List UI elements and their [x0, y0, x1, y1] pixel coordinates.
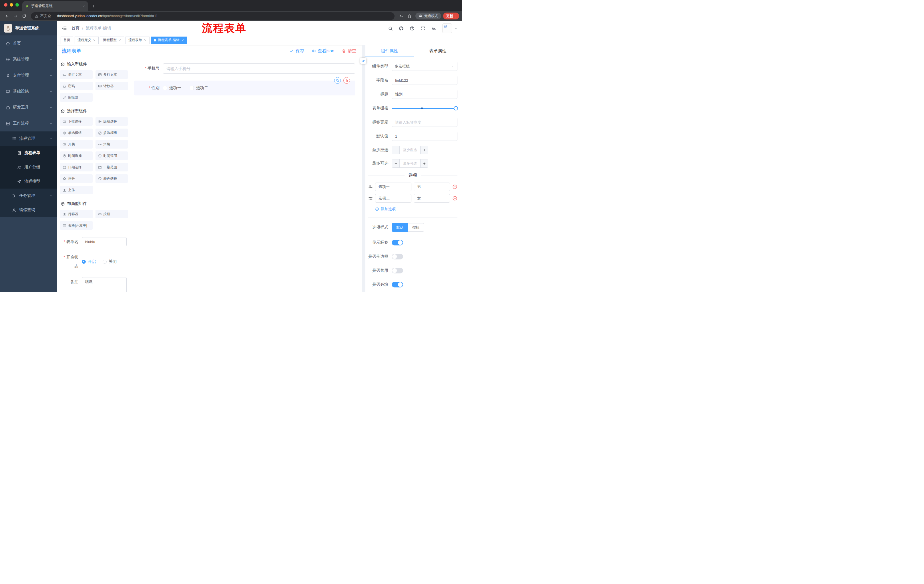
decrease-icon[interactable]: [392, 160, 400, 168]
password-key-icon[interactable]: [398, 14, 405, 18]
palette-item-table[interactable]: 表格[开发中]: [60, 221, 92, 230]
tag-process-form[interactable]: 流程表单: [125, 36, 150, 44]
canvas-field-gender[interactable]: 性别 选项一 选项二: [134, 81, 355, 95]
sidebar-item-leave-query[interactable]: 请假查询: [0, 203, 57, 217]
palette-item-slider[interactable]: 滑块: [96, 140, 128, 148]
status-on-radio[interactable]: 开启: [82, 259, 96, 264]
reload-button[interactable]: [20, 12, 28, 20]
back-button[interactable]: [3, 12, 11, 20]
decrease-icon[interactable]: [392, 146, 400, 154]
palette-item-time-range[interactable]: 时间范围: [96, 151, 128, 160]
palette-item-password[interactable]: 密码: [60, 82, 92, 90]
sidebar-item-process-form[interactable]: 流程表单: [0, 146, 57, 160]
sidebar-item-user-group[interactable]: 用户分组: [0, 160, 57, 174]
palette-item-date-range[interactable]: 日期范围: [96, 163, 128, 171]
palette-item-upload[interactable]: 上传: [60, 186, 92, 194]
style-default-button[interactable]: 默认: [392, 223, 408, 232]
browser-menu-icon[interactable]: [454, 14, 458, 18]
remove-option-icon[interactable]: [452, 196, 457, 201]
drag-handle-icon[interactable]: [368, 196, 373, 201]
label-width-input[interactable]: [392, 118, 457, 127]
required-toggle[interactable]: [392, 282, 403, 288]
search-icon[interactable]: [388, 26, 393, 31]
browser-tab[interactable]: 芋道管理系统: [22, 1, 88, 11]
link-icon[interactable]: [360, 58, 366, 64]
github-icon[interactable]: [399, 26, 404, 31]
close-tag-icon[interactable]: [118, 39, 121, 42]
sidebar-item-devtools[interactable]: 研发工具: [0, 99, 57, 115]
update-button[interactable]: 更新: [443, 13, 459, 20]
gender-option-1[interactable]: 选项一: [163, 86, 181, 90]
show-label-toggle[interactable]: [392, 240, 403, 245]
avatar[interactable]: [442, 23, 452, 33]
close-tag-icon[interactable]: [144, 39, 147, 42]
palette-item-cascader[interactable]: 级联选择: [96, 117, 128, 126]
tab-component-props[interactable]: 组件属性: [365, 45, 414, 57]
close-tag-icon[interactable]: [181, 39, 184, 42]
increase-icon[interactable]: [420, 160, 428, 168]
style-button-button[interactable]: 按钮: [408, 223, 424, 232]
copy-component-button[interactable]: [334, 77, 341, 84]
disabled-toggle[interactable]: [392, 268, 403, 273]
zoom-window-button[interactable]: [15, 3, 19, 7]
max-select-stepper[interactable]: [392, 159, 428, 168]
sidebar-item-process-management[interactable]: 流程管理: [0, 132, 57, 146]
min-select-stepper[interactable]: [392, 146, 428, 154]
increase-icon[interactable]: [420, 146, 428, 154]
palette-item-row-container[interactable]: 行容器: [60, 210, 92, 218]
breadcrumb-home[interactable]: 首页: [71, 26, 79, 31]
palette-item-multi-text[interactable]: 多行文本: [96, 70, 128, 79]
view-json-button[interactable]: 查看json: [312, 48, 334, 54]
font-size-icon[interactable]: [431, 26, 436, 31]
palette-item-time-picker[interactable]: 时间选择: [60, 151, 92, 160]
title-input[interactable]: [392, 90, 457, 99]
sidebar-item-payment[interactable]: 支付管理: [0, 67, 57, 84]
close-tab-icon[interactable]: [82, 5, 85, 8]
new-tab-button[interactable]: [91, 4, 95, 8]
form-canvas[interactable]: 手机号 性别 选项一 选项二: [131, 57, 362, 292]
component-type-select[interactable]: 多选框组: [392, 62, 457, 71]
option-value-input[interactable]: [414, 183, 450, 191]
status-off-radio[interactable]: 关闭: [102, 259, 117, 264]
checkbox[interactable]: [190, 86, 194, 90]
field-name-input[interactable]: [392, 76, 457, 85]
close-window-button[interactable]: [4, 3, 7, 7]
fullscreen-icon[interactable]: [421, 26, 426, 31]
palette-item-editor[interactable]: 编辑器: [60, 93, 92, 102]
minimize-window-button[interactable]: [10, 3, 13, 7]
palette-item-checkbox-group[interactable]: 多选框组: [96, 128, 128, 137]
save-button[interactable]: 保存: [290, 48, 304, 54]
gender-option-2[interactable]: 选项二: [190, 86, 208, 90]
min-select-input[interactable]: [400, 146, 420, 154]
phone-input[interactable]: [163, 63, 355, 74]
sidebar-item-workflow[interactable]: 工作流程: [0, 115, 57, 132]
bookmark-star-icon[interactable]: [406, 14, 413, 18]
tag-process-model[interactable]: 流程模型: [100, 36, 124, 44]
close-tag-icon[interactable]: [93, 39, 96, 42]
clear-button[interactable]: 清空: [342, 48, 356, 54]
with-border-toggle[interactable]: [392, 254, 403, 260]
default-value-input[interactable]: [392, 132, 457, 141]
sidebar-item-system[interactable]: 系统管理: [0, 51, 57, 67]
sidebar-item-home[interactable]: 首页: [0, 35, 57, 51]
tab-form-props[interactable]: 表单属性: [414, 45, 462, 57]
palette-item-rate[interactable]: 评分: [60, 174, 92, 183]
palette-item-date-picker[interactable]: 日期选择: [60, 163, 92, 171]
palette-item-counter[interactable]: 计数器: [96, 82, 128, 90]
canvas-field-phone[interactable]: 手机号: [134, 63, 355, 74]
max-select-input[interactable]: [400, 160, 420, 168]
tag-home[interactable]: 首页: [61, 36, 73, 44]
address-bar[interactable]: 不安全 dashboard.yudao.iocoder.cn /bpm/mana…: [31, 12, 394, 20]
palette-item-single-text[interactable]: 单行文本: [60, 70, 92, 79]
tag-process-form-edit[interactable]: 流程表单-编辑: [151, 36, 187, 44]
help-icon[interactable]: [410, 26, 414, 31]
delete-component-button[interactable]: [343, 77, 350, 84]
slider-handle[interactable]: [454, 106, 458, 110]
forward-button[interactable]: [12, 12, 20, 20]
sidebar-toggle-icon[interactable]: [62, 26, 67, 31]
remark-textarea[interactable]: 嘿嘿: [82, 277, 127, 292]
palette-item-color-picker[interactable]: 颜色选择: [96, 174, 128, 183]
palette-item-switch[interactable]: 开关: [60, 140, 92, 148]
option-value-input[interactable]: [414, 194, 450, 202]
avatar-caret-icon[interactable]: [454, 27, 457, 30]
